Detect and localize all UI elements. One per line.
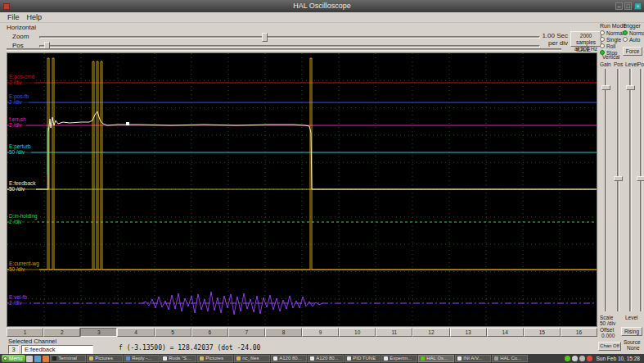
- vpos-slider-label: Pos: [614, 61, 623, 67]
- source-value: None: [627, 345, 640, 351]
- run-mode-option-normal[interactable]: Normal: [600, 29, 623, 36]
- pos-slider[interactable]: [39, 45, 540, 48]
- selected-channel-name[interactable]: E:feedback: [21, 345, 93, 354]
- task-button[interactable]: Terminal: [50, 355, 86, 362]
- file-manager-icon[interactable]: [34, 356, 41, 362]
- channel-tab-5[interactable]: 5: [155, 328, 191, 337]
- channel-tab-6[interactable]: 6: [191, 328, 228, 337]
- task-label: A120 80...: [279, 356, 301, 361]
- run-mode-title: Run Mode: [600, 23, 623, 29]
- mail-notify-icon[interactable]: [587, 356, 592, 361]
- zoom-slider-handle[interactable]: [262, 33, 268, 42]
- channel-tab-2[interactable]: 2: [43, 328, 80, 337]
- update-icon[interactable]: [565, 356, 570, 361]
- trigger-pos-slider[interactable]: [640, 69, 642, 311]
- oscilloscope-icon: [421, 356, 425, 361]
- samples-button[interactable]: 2000 samples at 200 Hz: [570, 31, 601, 47]
- source-label: Source: [624, 339, 641, 345]
- menu-button[interactable]: Menu: [2, 355, 25, 362]
- channel-tab-11[interactable]: 11: [376, 328, 412, 337]
- task-button[interactable]: Rods "S...: [160, 355, 196, 362]
- menu-file[interactable]: File: [7, 12, 20, 23]
- trigger-level-slider[interactable]: [629, 69, 632, 311]
- radio-icon: [623, 37, 628, 42]
- document-icon: [384, 356, 388, 361]
- channel-tab-bar: 12345678910111213141516: [7, 328, 597, 337]
- close-button[interactable]: ×: [634, 2, 642, 10]
- channel-tab-7[interactable]: 7: [228, 328, 265, 337]
- channel-tab-14[interactable]: 14: [487, 328, 524, 337]
- terminal-icon: [52, 356, 56, 361]
- minimize-button[interactable]: –: [615, 2, 623, 10]
- trigger-pos-slider-handle[interactable]: [637, 176, 644, 181]
- run-mode-option-roll[interactable]: Roll: [600, 43, 623, 49]
- gain-slider-handle[interactable]: [601, 85, 610, 90]
- offset-label: Offset: [600, 327, 614, 333]
- channel-tab-1[interactable]: 1: [7, 328, 43, 337]
- scale-label: Scale: [600, 315, 613, 320]
- run-mode-options: NormalSingleRollStop: [600, 29, 623, 56]
- folder-icon: [236, 356, 241, 361]
- taskbar: Menu TerminalPicturesReply -...Rods "S..…: [0, 354, 644, 363]
- menu-help[interactable]: Help: [27, 12, 43, 23]
- task-button[interactable]: HAL Co...: [492, 355, 528, 362]
- force-trigger-button[interactable]: Force: [623, 47, 642, 56]
- task-button[interactable]: PID TUNE: [345, 355, 381, 362]
- cursor-readout: f (-3.13500) = 128.42037 (dot -24.00: [119, 344, 260, 352]
- mint-logo-icon: [3, 356, 7, 361]
- radio-label: Single: [606, 37, 621, 43]
- task-button[interactable]: A120 80...: [271, 355, 307, 362]
- channel-tab-13[interactable]: 13: [450, 328, 487, 337]
- trigger-option-normal[interactable]: Normal: [623, 29, 644, 36]
- gain-slider[interactable]: [605, 69, 607, 311]
- task-button[interactable]: Reply -...: [124, 355, 160, 362]
- zoom-slider[interactable]: [39, 36, 540, 39]
- vertical-pos-slider-handle[interactable]: [614, 176, 623, 181]
- task-button[interactable]: Pictures: [87, 355, 123, 362]
- task-button[interactable]: INI A/V...: [455, 355, 491, 362]
- oscilloscope-display[interactable]: E:pos-cmd2 /divE:pos-fb2 /divf.err-sh2 /…: [7, 52, 597, 327]
- task-button[interactable]: HAL Os...: [418, 355, 454, 362]
- channel-tab-4[interactable]: 4: [117, 328, 154, 337]
- channel-tab-10[interactable]: 10: [339, 328, 376, 337]
- channel-tab-9[interactable]: 9: [302, 328, 339, 337]
- vertical-pos-slider[interactable]: [617, 69, 619, 311]
- network-icon[interactable]: [579, 356, 585, 361]
- radio-icon: [600, 37, 605, 42]
- browser-icon[interactable]: [43, 356, 49, 362]
- trigger-slope-button[interactable]: Rising: [621, 327, 642, 336]
- system-tray: Sun Feb 10, 15:28: [565, 356, 643, 361]
- task-label: Terminal: [58, 356, 77, 361]
- task-label: INI A/V...: [463, 356, 482, 361]
- task-button[interactable]: nc_files: [234, 355, 270, 362]
- channel-tab-15[interactable]: 15: [524, 328, 561, 337]
- channel-tab-16[interactable]: 16: [561, 328, 597, 337]
- run-mode-option-single[interactable]: Single: [600, 36, 623, 43]
- level-slider-label: Level: [625, 61, 638, 67]
- task-button[interactable]: Pictures: [197, 355, 233, 362]
- radio-label: Auto: [629, 37, 640, 43]
- trigger-level-slider-handle[interactable]: [626, 85, 635, 90]
- radio-icon: [600, 30, 605, 35]
- task-label: nc_files: [242, 356, 259, 361]
- maximize-button[interactable]: □: [624, 2, 632, 10]
- show-desktop-icon[interactable]: [26, 356, 33, 362]
- channel-tab-12[interactable]: 12: [412, 328, 449, 337]
- channel-off-button[interactable]: Chan Off: [598, 342, 621, 351]
- gain-slider-label: Gain: [600, 61, 611, 67]
- task-button[interactable]: A120 80...: [308, 355, 344, 362]
- time-per-div-label: per div: [519, 39, 568, 47]
- task-button[interactable]: Experim...: [381, 355, 417, 362]
- scale-value: 50 /div: [600, 320, 615, 326]
- radio-icon: [600, 43, 605, 48]
- run-mode-panel: Run Mode NormalSingleRollStop: [600, 23, 623, 56]
- cursor-marker[interactable]: [126, 122, 129, 125]
- trigger-option-auto[interactable]: Auto: [623, 36, 644, 43]
- selected-channel-label: Selected Channel: [8, 338, 56, 345]
- volume-icon[interactable]: [572, 356, 578, 361]
- mail-icon: [126, 356, 130, 361]
- trigger-options: NormalAuto: [623, 29, 644, 43]
- channel-tab-3[interactable]: 3: [80, 328, 117, 337]
- trigger-title: Trigger: [623, 23, 644, 29]
- channel-tab-8[interactable]: 8: [265, 328, 302, 337]
